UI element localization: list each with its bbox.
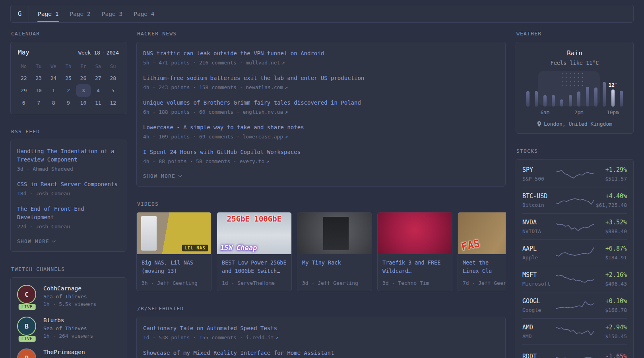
stock-change: +0.10% bbox=[595, 298, 627, 305]
stock-ticker: AMD bbox=[522, 324, 555, 331]
weather-time-label: 10pm bbox=[607, 109, 619, 115]
stock-row[interactable]: RDDT -1.65% bbox=[522, 344, 627, 358]
hackernews-item: Lithium-free sodium batteries exit the l… bbox=[143, 74, 499, 90]
rss-item-title[interactable]: The End of Front-End Development bbox=[17, 205, 120, 222]
stock-sparkline bbox=[556, 272, 594, 287]
weather-bar-cell: 6am bbox=[543, 82, 547, 107]
weather-bar bbox=[594, 88, 597, 107]
hackernews-item: Lowercase - A simple way to take and sha… bbox=[143, 123, 499, 140]
twitch-channel-row[interactable]: B LIVE Blurbs Sea of Thieves 1h · 264 vi… bbox=[17, 317, 120, 339]
weather-bar bbox=[577, 91, 580, 107]
video-thumbnail bbox=[297, 212, 372, 254]
hackernews-item-title[interactable]: Unique volumes of Brothers Grimm fairy t… bbox=[143, 99, 499, 107]
video-thumbnail: 25GbE 100GbE 15W Cheap bbox=[217, 212, 291, 254]
thumbnail-text: LIL NAS bbox=[182, 245, 208, 251]
calendar-weekday: Su bbox=[106, 61, 120, 72]
video-title[interactable]: Big NAS, Lil NAS (moving 13) bbox=[142, 259, 206, 275]
hackernews-item-title[interactable]: Lithium-free sodium batteries exit the l… bbox=[143, 74, 499, 82]
calendar-week: Week 18 bbox=[78, 50, 100, 56]
video-title[interactable]: Traefik 3 and FREE Wildcard… bbox=[382, 259, 447, 275]
page-tab[interactable]: Page 4 bbox=[128, 5, 160, 22]
stock-sparkline bbox=[556, 245, 594, 261]
hackernews-source-link[interactable]: every.to bbox=[240, 158, 265, 164]
calendar-day: 24 bbox=[46, 72, 61, 84]
calendar-day: 6 bbox=[16, 97, 31, 109]
thumbnail-text: 25GbE 100GbE bbox=[217, 214, 291, 223]
stock-name: Apple bbox=[522, 255, 555, 261]
right-column: WEATHER Rain Feels like 11°C bbox=[516, 31, 634, 358]
reddit-item: Cautionary Tale on Automated Speed Tests… bbox=[143, 324, 499, 340]
stock-row[interactable]: AMD AMD +2.94% $150.45 bbox=[522, 318, 627, 344]
rss-show-more-button[interactable]: SHOW MORE bbox=[17, 238, 55, 244]
reddit-source-link[interactable]: i.redd.it bbox=[246, 335, 274, 340]
stock-row[interactable]: MSFT Microsoft +2.16% $406.43 bbox=[522, 266, 627, 292]
hackernews-item-title[interactable]: I Spent 24 Hours with GitHub Copilot Wor… bbox=[143, 148, 499, 156]
weather-bar bbox=[569, 95, 572, 107]
rss-item-title[interactable]: CSS in React Server Components bbox=[17, 180, 120, 189]
hackernews-item-meta: 4h · 88 points · 58 comments · every.to↗ bbox=[143, 158, 499, 164]
stock-row[interactable]: BTC-USD Bitcoin +4.40% $61,725.48 bbox=[522, 187, 627, 213]
calendar-day: 3 bbox=[76, 84, 91, 97]
degree-symbol: ° bbox=[615, 82, 617, 87]
reddit-item-title[interactable]: Showcase of my Mixed Reality Interface f… bbox=[143, 349, 499, 357]
external-link-icon: ↗ bbox=[266, 158, 269, 164]
hackernews-item-meta: 6h · 188 points · 60 comments · english.… bbox=[143, 109, 499, 115]
reddit-item-meta: 1d · 538 points · 155 comments · i.redd.… bbox=[143, 335, 499, 340]
page-tab[interactable]: Page 2 bbox=[64, 5, 96, 22]
rss-card: Handling The Indentation of a Treeview C… bbox=[10, 140, 126, 252]
calendar-day: 22 bbox=[16, 72, 31, 84]
external-link-icon: ↗ bbox=[285, 109, 288, 115]
stock-change: -1.65% bbox=[595, 353, 627, 358]
page-tab[interactable]: Page 1 bbox=[32, 5, 64, 22]
hackernews-source-link[interactable]: mullvad.net bbox=[246, 60, 280, 66]
video-title[interactable]: BEST Low Power 25GbE and 100GbE Switch… bbox=[222, 259, 287, 275]
external-link-icon: ↗ bbox=[285, 134, 288, 140]
weather-bar bbox=[535, 91, 538, 107]
video-card[interactable]: Traefik 3 and FREE Wildcard… 3d · Techno… bbox=[377, 212, 452, 291]
chevron-down-icon bbox=[52, 239, 56, 243]
calendar-day: 27 bbox=[91, 72, 105, 84]
stock-price: $511.57 bbox=[595, 176, 627, 182]
stock-row[interactable]: AAPL Apple +6.87% $184.91 bbox=[522, 239, 627, 266]
weather-bar bbox=[526, 91, 530, 107]
hackernews-source-link[interactable]: english.nv.ua bbox=[242, 109, 283, 115]
weather-section-title: WEATHER bbox=[516, 31, 634, 37]
page-tab[interactable]: Page 3 bbox=[96, 5, 128, 22]
calendar-day: 28 bbox=[106, 72, 120, 84]
app-logo[interactable]: G bbox=[11, 5, 29, 22]
calendar-weekday: Sa bbox=[91, 61, 105, 72]
twitch-channel-viewers: 1h · 264 viewers bbox=[43, 333, 93, 339]
twitch-channel-row[interactable]: P LIVE ThePrimeagen bbox=[17, 348, 120, 358]
video-thumbnail bbox=[378, 212, 452, 254]
video-card[interactable]: 25GbE 100GbE 15W Cheap BEST Low Power 25… bbox=[217, 212, 292, 291]
videos-section-title: VIDEOS bbox=[137, 201, 506, 207]
video-card[interactable]: LIL NAS Big NAS, Lil NAS (moving 13) 3h … bbox=[136, 212, 211, 291]
hackernews-item-title[interactable]: DNS traffic can leak outside the VPN tun… bbox=[143, 49, 499, 58]
video-meta: 7d · Jeff Geerling bbox=[463, 275, 506, 286]
weather-widget: WEATHER Rain Feels like 11°C bbox=[516, 31, 634, 134]
hackernews-source-link[interactable]: lowercase.app bbox=[242, 134, 283, 140]
hackernews-source-link[interactable]: newatlas.com bbox=[246, 84, 283, 90]
stock-change: +4.40% bbox=[595, 193, 627, 200]
twitch-channel-row[interactable]: C LIVE CohhCarnage Sea of Thieves 1h · 5… bbox=[17, 285, 120, 307]
thumbnail-text: FAS bbox=[460, 237, 481, 253]
calendar-day-grid: 22 23 24 25 26 27 28 29 bbox=[16, 72, 120, 109]
video-card[interactable]: FAS Meet the Linux Clu 7d · Jeff Geerlin… bbox=[458, 212, 506, 291]
reddit-item-title[interactable]: Cautionary Tale on Automated Speed Tests bbox=[143, 324, 499, 333]
twitch-channel-viewers: 1h · 5.5k viewers bbox=[43, 301, 96, 307]
video-title[interactable]: Meet the Linux Clu bbox=[463, 259, 506, 275]
stock-row[interactable]: SPY S&P 500 +1.29% $511.57 bbox=[522, 161, 627, 187]
weather-time-label: 2pm bbox=[574, 109, 584, 115]
rss-item-title[interactable]: Handling The Indentation of a Treeview C… bbox=[17, 147, 120, 164]
hackernews-item: Unique volumes of Brothers Grimm fairy t… bbox=[143, 99, 499, 115]
hackernews-item-title[interactable]: Lowercase - A simple way to take and sha… bbox=[143, 123, 499, 132]
stock-sparkline bbox=[556, 219, 594, 234]
hackernews-show-more-button[interactable]: SHOW MORE bbox=[143, 173, 181, 179]
video-card[interactable]: My Tiny Rack 3d · Jeff Geerling bbox=[297, 212, 372, 291]
stock-change: +2.94% bbox=[595, 324, 627, 331]
weather-bar bbox=[586, 87, 589, 107]
stock-row[interactable]: NVDA NVIDIA +3.52% $888.40 bbox=[522, 213, 627, 239]
calendar-month: May bbox=[18, 49, 29, 56]
stock-row[interactable]: GOOGL Google +0.10% $166.78 bbox=[522, 292, 627, 318]
video-title[interactable]: My Tiny Rack bbox=[302, 259, 367, 267]
